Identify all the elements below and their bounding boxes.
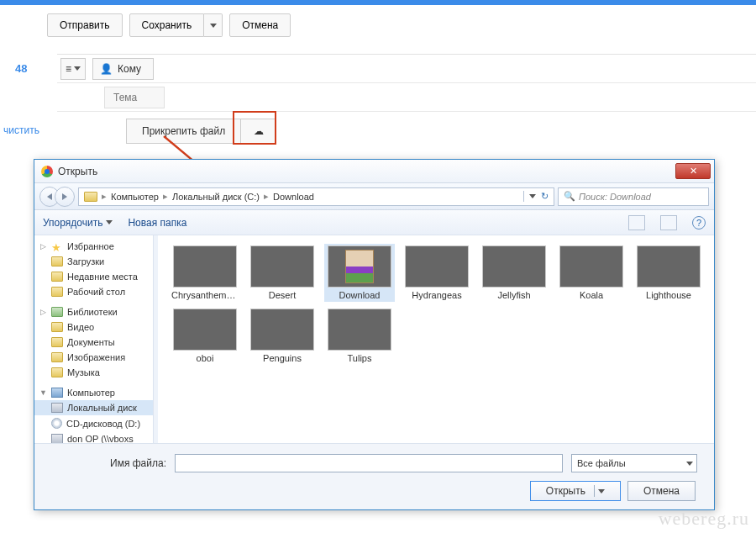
tree-documents[interactable]: Документы bbox=[34, 335, 153, 350]
arrow-left-icon bbox=[47, 193, 52, 200]
file-thumbnail bbox=[637, 245, 701, 288]
tree-pictures[interactable]: Изображения bbox=[34, 350, 153, 365]
file-label: Chrysanthemum bbox=[171, 290, 239, 300]
search-input[interactable]: 🔍 Поиск: Download bbox=[558, 187, 709, 206]
file-thumbnail bbox=[328, 245, 391, 288]
address-breadcrumb[interactable]: ▸ Компьютер ▸ Локальный диск (C:) ▸ Down… bbox=[78, 187, 554, 206]
file-type-filter[interactable]: Все файлы bbox=[571, 454, 697, 472]
tree-favorites[interactable]: ▷★Избранное bbox=[34, 239, 153, 254]
filename-input[interactable] bbox=[175, 454, 563, 472]
view-options-button[interactable] bbox=[628, 215, 645, 230]
crumb-folder[interactable]: Download bbox=[273, 192, 314, 202]
tree-cd-drive[interactable]: CD-дисковод (D:) bbox=[34, 415, 153, 431]
search-icon: 🔍 bbox=[564, 191, 575, 202]
file-item[interactable]: Desert bbox=[247, 244, 318, 302]
chrome-icon bbox=[41, 166, 53, 177]
file-label: Penguins bbox=[249, 353, 316, 363]
send-button[interactable]: Отправить bbox=[47, 13, 123, 37]
dialog-titlebar[interactable]: Открыть ✕ bbox=[34, 160, 714, 183]
file-item[interactable]: Hydrangeas bbox=[402, 244, 472, 302]
chevron-right-icon: ▸ bbox=[264, 191, 269, 202]
file-item[interactable]: Tulips bbox=[324, 307, 395, 365]
dialog-navbar: ▸ Компьютер ▸ Локальный диск (C:) ▸ Down… bbox=[34, 183, 714, 210]
nav-forward-button[interactable] bbox=[55, 187, 75, 207]
computer-icon bbox=[51, 388, 63, 398]
refresh-icon[interactable]: ↻ bbox=[541, 191, 549, 202]
file-label: Lighthouse bbox=[635, 290, 702, 300]
fields-menu-button[interactable]: ≡ bbox=[60, 58, 86, 80]
folder-icon bbox=[51, 322, 63, 332]
subject-input[interactable] bbox=[165, 87, 756, 108]
file-item[interactable]: Jellyfish bbox=[479, 244, 549, 302]
save-button[interactable]: Сохранить bbox=[129, 13, 205, 37]
file-thumbnail bbox=[559, 245, 623, 288]
tree-recent[interactable]: Недавние места bbox=[34, 269, 153, 284]
tree-desktop[interactable]: Рабочий стол bbox=[34, 284, 153, 299]
file-item[interactable]: Chrysanthemum bbox=[170, 244, 240, 302]
tree-downloads[interactable]: Загрузки bbox=[34, 254, 153, 269]
attach-from-cloud-button[interactable]: ☁ bbox=[241, 119, 276, 144]
file-item[interactable]: Download bbox=[324, 244, 395, 302]
file-label: Tulips bbox=[326, 353, 393, 363]
dialog-title: Открыть bbox=[58, 166, 675, 177]
archive-icon bbox=[345, 250, 374, 283]
preview-pane-button[interactable] bbox=[660, 215, 677, 230]
file-label: Download bbox=[326, 290, 393, 300]
chevron-down-icon bbox=[210, 24, 217, 28]
unread-count: 48 bbox=[15, 62, 27, 75]
dialog-toolbar: Упорядочить Новая папка ? bbox=[34, 210, 714, 235]
file-thumbnail bbox=[250, 309, 314, 351]
chevron-down-icon bbox=[598, 489, 605, 493]
nav-tree: ▷★Избранное Загрузки Недавние места Рабо… bbox=[34, 235, 154, 443]
chevron-down-icon[interactable] bbox=[529, 194, 536, 198]
file-thumbnail bbox=[250, 245, 314, 288]
file-item[interactable]: oboi bbox=[170, 307, 240, 365]
folder-icon bbox=[51, 272, 63, 282]
open-button[interactable]: Открыть bbox=[530, 481, 621, 501]
folder-icon bbox=[51, 256, 63, 266]
tree-computer[interactable]: ▼Компьютер bbox=[34, 385, 153, 400]
file-thumbnail bbox=[328, 309, 391, 351]
file-label: Jellyfish bbox=[480, 290, 548, 300]
file-label: Koala bbox=[558, 290, 625, 300]
save-dropdown[interactable] bbox=[204, 13, 223, 37]
tree-libraries[interactable]: ▷Библиотеки bbox=[34, 304, 153, 319]
cancel-button[interactable]: Отмена bbox=[229, 13, 291, 37]
subject-label: Тема bbox=[104, 87, 165, 108]
save-split: Сохранить bbox=[129, 13, 223, 37]
dialog-cancel-button[interactable]: Отмена bbox=[627, 481, 696, 501]
tree-network-share[interactable]: don OP (\\vboxs bbox=[34, 431, 153, 443]
folder-icon bbox=[51, 287, 63, 297]
to-input[interactable] bbox=[154, 58, 756, 80]
compose-fields: ≡ 👤 Кому Тема Прикрепить файл ☁ bbox=[57, 54, 756, 150]
file-thumbnail bbox=[482, 245, 546, 288]
organize-menu[interactable]: Упорядочить bbox=[43, 217, 113, 229]
compose-area: Отправить Сохранить Отмена ≡ 👤 Кому Тема… bbox=[0, 5, 756, 150]
clear-link[interactable]: чистить bbox=[3, 124, 39, 136]
cd-icon bbox=[51, 418, 62, 429]
crumb-drive[interactable]: Локальный диск (C:) bbox=[172, 192, 260, 202]
chevron-right-icon: ▸ bbox=[163, 191, 168, 202]
help-button[interactable]: ? bbox=[692, 216, 706, 230]
close-button[interactable]: ✕ bbox=[675, 163, 711, 179]
file-item[interactable]: Koala bbox=[556, 244, 627, 302]
to-label: Кому bbox=[118, 63, 141, 75]
file-label: Hydrangeas bbox=[403, 290, 470, 300]
chevron-down-icon bbox=[106, 220, 113, 224]
tree-video[interactable]: Видео bbox=[34, 319, 153, 335]
star-icon: ★ bbox=[51, 241, 63, 251]
tree-local-disk[interactable]: Локальный диск bbox=[34, 400, 153, 415]
file-item[interactable]: Lighthouse bbox=[633, 244, 704, 302]
to-picker-button[interactable]: 👤 Кому bbox=[92, 58, 154, 80]
tree-music[interactable]: Музыка bbox=[34, 365, 153, 380]
chevron-right-icon: ▸ bbox=[102, 191, 107, 202]
new-folder-button[interactable]: Новая папка bbox=[128, 217, 186, 229]
chevron-down-icon bbox=[686, 462, 693, 466]
crumb-computer[interactable]: Компьютер bbox=[111, 192, 159, 202]
folder-icon bbox=[51, 352, 63, 362]
folder-icon bbox=[84, 192, 97, 202]
file-item[interactable]: Penguins bbox=[247, 307, 318, 365]
attach-file-button[interactable]: Прикрепить файл bbox=[126, 119, 241, 144]
arrow-right-icon bbox=[62, 193, 67, 200]
cloud-icon: ☁ bbox=[254, 125, 264, 137]
